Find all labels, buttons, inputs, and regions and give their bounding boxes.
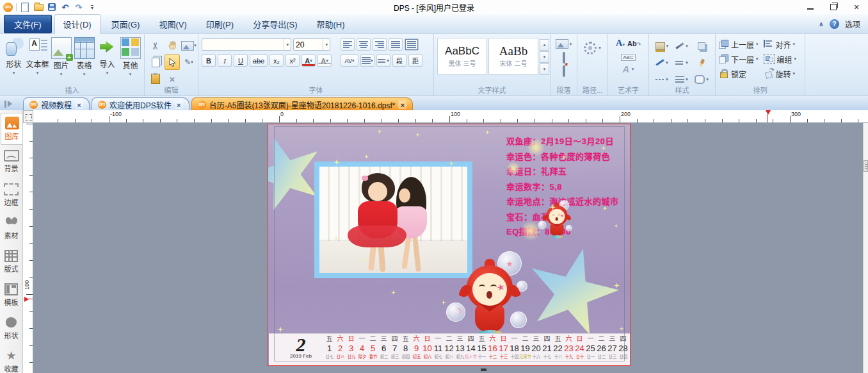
- cut-button[interactable]: ✂: [148, 38, 163, 53]
- style-gallery-more-button[interactable]: ▼: [540, 63, 549, 75]
- line-style-button[interactable]: ▾: [672, 38, 691, 54]
- picture-edit-button[interactable]: ▾: [181, 38, 197, 53]
- menu-tab-file[interactable]: 文件(F): [4, 15, 52, 33]
- font-name-input[interactable]: [202, 40, 284, 49]
- close-button[interactable]: ×: [845, 1, 868, 14]
- pisces-doll-small[interactable]: ★ ★: [542, 203, 572, 240]
- pisces-doll-large[interactable]: ★ ★: [458, 259, 522, 339]
- underline-button[interactable]: U: [234, 54, 248, 67]
- align-justify-button[interactable]: [389, 38, 403, 51]
- calendar-grid[interactable]: 2 2019 Feb 五1廿七六2廿八日3廿九一4除夕二5春节三6初二四7初三五…: [269, 333, 630, 365]
- highlight-color-button[interactable]: A▾: [317, 54, 332, 67]
- menu-tab-page[interactable]: 页面(G): [103, 15, 149, 33]
- redo-button[interactable]: ↷: [74, 3, 84, 12]
- sidebar-item-material[interactable]: 素材: [1, 213, 22, 244]
- minimize-button[interactable]: [799, 1, 822, 14]
- sidebar-item-layout[interactable]: 版式: [1, 246, 22, 277]
- insert-table-button[interactable]: 表格▾: [74, 37, 95, 77]
- align-right-button[interactable]: [373, 38, 387, 51]
- pan-tool-button[interactable]: [165, 38, 180, 53]
- insert-picture-button[interactable]: 图片▾: [51, 37, 72, 77]
- options-button[interactable]: 选项: [845, 19, 860, 29]
- restore-button[interactable]: [822, 1, 845, 14]
- link-frames-button[interactable]: [563, 53, 565, 62]
- align-center-button[interactable]: [357, 38, 371, 51]
- style-scroll-up-button[interactable]: ▲: [540, 39, 549, 51]
- scrollbar-thumb[interactable]: [864, 160, 868, 172]
- menu-tab-view[interactable]: 视图(V): [150, 15, 195, 33]
- close-icon[interactable]: ×: [398, 101, 406, 109]
- arrange-bring-forward-button[interactable]: 上一层▾: [719, 38, 759, 50]
- sidebar-item-gallery[interactable]: 图库: [1, 113, 23, 145]
- copy-button[interactable]: [148, 54, 163, 70]
- sidebar-item-favorites[interactable]: ★收藏: [1, 346, 22, 373]
- sidebar-item-shape[interactable]: 形状: [1, 313, 22, 344]
- columns-button[interactable]: ▾: [376, 54, 390, 67]
- photo-frame[interactable]: [314, 162, 472, 278]
- path-tool-button[interactable]: ▾: [584, 42, 601, 54]
- wordart-stamp-button[interactable]: ABC: [621, 52, 635, 61]
- arrange-send-backward-button[interactable]: 下一层▾: [719, 53, 759, 65]
- menu-tab-share-export[interactable]: 分享导出(S): [245, 15, 305, 33]
- menu-tab-help[interactable]: 帮助(H): [308, 15, 353, 33]
- insert-shapes-button[interactable]: 形状▾: [3, 37, 24, 77]
- font-color-button[interactable]: A▾: [301, 54, 316, 67]
- help-icon[interactable]: ?: [830, 19, 839, 29]
- line-color-button[interactable]: ▾: [652, 54, 671, 70]
- sidebar-item-template[interactable]: 模板: [1, 279, 22, 310]
- arrange-group-button[interactable]: 编组▾: [764, 53, 797, 65]
- text-style-preset-1[interactable]: AaBbC黑体 三号: [437, 38, 487, 75]
- sidebar-item-border[interactable]: 边框: [1, 179, 22, 210]
- insert-other-button[interactable]: 其他▾: [120, 37, 141, 77]
- arrange-rotate-button[interactable]: 旋转▾: [764, 68, 797, 79]
- select-tool-button[interactable]: [165, 54, 180, 70]
- character-spacing-button[interactable]: AV▾: [341, 54, 358, 67]
- save-button[interactable]: [47, 3, 57, 12]
- arrange-lock-button[interactable]: 锁定: [719, 68, 759, 79]
- undo-button[interactable]: ↶: [60, 3, 70, 12]
- arrow-style-button[interactable]: ▾: [672, 54, 691, 70]
- design-canvas[interactable]: 双鱼座：2月19日～3月20日幸运色：各种色度的薄荷色幸运日：礼拜五幸运数字：5…: [33, 123, 863, 373]
- close-icon[interactable]: ×: [75, 101, 83, 109]
- menu-tab-design[interactable]: 设计(D): [54, 14, 100, 34]
- wordart-shadow-button[interactable]: A▾: [623, 64, 634, 74]
- doc-tab-welcome[interactable]: DPS欢迎使用DPS软件×: [92, 97, 189, 112]
- font-size-combobox[interactable]: ▾: [293, 38, 330, 51]
- dps-logo-icon[interactable]: DPS: [3, 3, 13, 12]
- align-left-button[interactable]: [341, 38, 355, 51]
- italic-button[interactable]: I: [218, 54, 232, 67]
- line-spacing-button[interactable]: ▾: [360, 54, 374, 67]
- spacing-settings-button[interactable]: 距: [408, 54, 422, 67]
- insert-textbox-button[interactable]: 文本框▾: [26, 37, 49, 77]
- text-direction-button[interactable]: [405, 38, 419, 51]
- collapse-ribbon-button[interactable]: ∧: [819, 21, 824, 28]
- arrange-align-button[interactable]: 对齐▾: [764, 38, 797, 50]
- fill-color-button[interactable]: ▾: [652, 38, 671, 54]
- shadow-button[interactable]: [692, 38, 711, 54]
- gradient-star-bottom-right[interactable]: [516, 237, 629, 347]
- format-painter-button[interactable]: [692, 54, 711, 70]
- calendar-page[interactable]: 双鱼座：2月19日～3月20日幸运色：各种色度的薄荷色幸运日：礼拜五幸运数字：5…: [268, 124, 631, 366]
- change-case-button[interactable]: Ab↷: [627, 39, 641, 48]
- menu-tab-print[interactable]: 印刷(P): [198, 15, 242, 33]
- text-style-preset-2[interactable]: AaBb宋体 二号: [488, 38, 538, 75]
- style-scroll-down-button[interactable]: ▼: [540, 51, 549, 63]
- bold-button[interactable]: B: [202, 54, 216, 67]
- font-name-combobox[interactable]: ▾: [202, 38, 291, 51]
- selection-handle[interactable]: [481, 369, 486, 371]
- vertical-scrollbar[interactable]: [863, 123, 868, 373]
- text-wrap-button[interactable]: ▾: [556, 39, 572, 49]
- wordart-color-button[interactable]: A▾: [616, 38, 625, 49]
- unlink-frames-button[interactable]: [563, 67, 565, 76]
- close-icon[interactable]: ×: [175, 101, 183, 109]
- superscript-button[interactable]: x²: [285, 54, 300, 67]
- customize-toolbar-button[interactable]: ▾: [87, 3, 97, 12]
- node-edit-button[interactable]: ✎▾: [181, 54, 197, 70]
- subscript-button[interactable]: x₂: [269, 54, 284, 67]
- strikethrough-button[interactable]: abe: [250, 54, 268, 67]
- font-size-input[interactable]: [294, 40, 323, 49]
- sidebar-item-background[interactable]: 背景: [1, 146, 22, 177]
- panel-expander-button[interactable]: [4, 99, 16, 108]
- paragraph-settings-button[interactable]: 段: [392, 54, 406, 67]
- doc-tab-current-document[interactable]: DPS台历-A5圈装(13张双面)-星座物语20181226-1016.dpsf…: [191, 97, 414, 112]
